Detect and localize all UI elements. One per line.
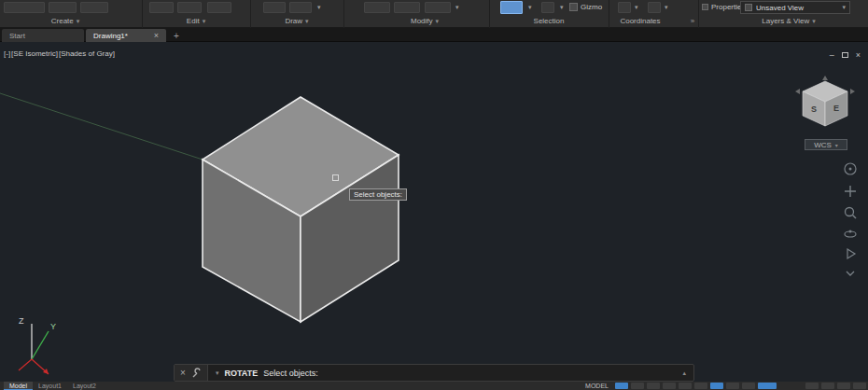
panel-coordinates[interactable]: Coordinates bbox=[620, 17, 660, 25]
chevron-down-icon[interactable]: ▾ bbox=[317, 4, 321, 11]
ribbon-button[interactable] bbox=[648, 2, 661, 13]
chevron-down-icon[interactable]: ▾ bbox=[665, 4, 668, 11]
infer-constraints-icon[interactable] bbox=[647, 383, 660, 389]
panel-separator bbox=[343, 0, 344, 28]
tab-drawing1[interactable]: Drawing1* × bbox=[86, 29, 166, 42]
zoom-icon[interactable] bbox=[846, 208, 854, 216]
wcs-label: WCS bbox=[814, 141, 832, 149]
viewcube-rotate-arrow[interactable] bbox=[822, 76, 828, 80]
properties-control[interactable]: Properties bbox=[702, 3, 745, 11]
properties-icon bbox=[702, 4, 708, 10]
navigation-wheel-icon[interactable] bbox=[849, 168, 852, 171]
snap-icon[interactable] bbox=[631, 383, 644, 389]
isolate-objects-icon[interactable] bbox=[837, 383, 850, 389]
osnap-3d-icon[interactable] bbox=[726, 383, 739, 389]
chevron-down-icon: ▾ bbox=[203, 18, 206, 25]
ribbon-button[interactable] bbox=[80, 2, 108, 13]
panel-label: Coordinates bbox=[620, 17, 660, 25]
viewcube-rotate-arrow[interactable] bbox=[795, 89, 800, 94]
ribbon-button[interactable] bbox=[618, 2, 631, 13]
wcs-button[interactable]: WCS ▾ bbox=[805, 139, 847, 150]
ribbon-button[interactable] bbox=[263, 2, 286, 13]
close-icon[interactable]: × bbox=[856, 51, 861, 59]
ribbon-button[interactable] bbox=[207, 2, 231, 13]
ribbon-button[interactable] bbox=[425, 2, 451, 13]
model-space-label[interactable]: MODEL bbox=[585, 383, 609, 389]
drawing-viewport[interactable]: [-] [SE Isometric] [Shades of Gray] – × … bbox=[0, 42, 868, 382]
viewcube[interactable]: S E bbox=[790, 76, 861, 137]
chevron-up-icon[interactable]: ▴ bbox=[682, 369, 686, 377]
gizmo-control[interactable]: Gizmo bbox=[569, 3, 602, 11]
ortho-icon[interactable] bbox=[663, 383, 676, 389]
command-line[interactable]: × ▾ ROTATE Select objects: ▴ bbox=[174, 364, 694, 382]
close-icon[interactable]: × bbox=[180, 369, 186, 378]
tab-model[interactable]: Model bbox=[4, 382, 33, 390]
ribbon-button[interactable] bbox=[149, 2, 174, 13]
panel-selection[interactable]: Selection bbox=[534, 17, 565, 25]
dynamic-input-icon[interactable] bbox=[758, 383, 777, 389]
workspace-icon[interactable] bbox=[821, 383, 834, 389]
gizmo-label: Gizmo bbox=[581, 3, 602, 11]
ribbon-button[interactable] bbox=[364, 2, 390, 13]
polar-tracking-icon[interactable] bbox=[679, 383, 692, 389]
ucs-y-label: Y bbox=[50, 322, 56, 331]
new-drawing-button[interactable]: + bbox=[174, 31, 179, 41]
wrench-icon[interactable] bbox=[190, 368, 202, 379]
panel-label: Layers & View bbox=[762, 17, 809, 25]
command-prompt: Select objects: bbox=[263, 369, 318, 378]
close-icon[interactable]: × bbox=[154, 31, 159, 40]
ucs-icon: Z Y bbox=[11, 311, 67, 380]
tab-layout1[interactable]: Layout1 bbox=[33, 382, 67, 390]
tab-start[interactable]: Start bbox=[2, 29, 84, 42]
panel-label: Create bbox=[51, 17, 74, 25]
orbit-icon[interactable] bbox=[849, 230, 852, 233]
viewport-menu-control[interactable]: [-] bbox=[4, 49, 10, 58]
restore-icon[interactable] bbox=[842, 52, 848, 58]
tab-layout2[interactable]: Layout2 bbox=[67, 382, 102, 390]
viewport-controls: [-] [SE Isometric] [Shades of Gray] bbox=[4, 49, 115, 58]
ribbon-button[interactable] bbox=[4, 2, 45, 13]
customization-icon[interactable] bbox=[853, 383, 866, 389]
chevron-down-icon[interactable]: ▾ bbox=[455, 4, 459, 11]
chevron-down-icon: ▾ bbox=[305, 18, 309, 25]
dynamic-ucs-icon[interactable] bbox=[742, 383, 755, 389]
file-tab-bar: Start Drawing1* × + bbox=[0, 28, 868, 42]
recent-commands-icon[interactable]: ▾ bbox=[216, 369, 219, 377]
ribbon-button[interactable] bbox=[177, 2, 202, 13]
ribbon-button[interactable] bbox=[541, 2, 554, 13]
panel-create[interactable]: Create ▾ bbox=[51, 17, 80, 25]
osnap-icon[interactable] bbox=[710, 383, 723, 389]
navigation-bar bbox=[841, 160, 860, 299]
ribbon-overflow-icon[interactable]: » bbox=[691, 17, 694, 25]
panel-layers-view[interactable]: Layers & View ▾ bbox=[762, 17, 816, 25]
annotation-scale-icon[interactable] bbox=[805, 383, 819, 389]
ribbon-button-strip: ▾ ▾ ▾ ▾ Gizmo ▾ ▾ Properties Un bbox=[0, 0, 868, 15]
panel-label: Edit bbox=[187, 17, 200, 25]
zoom-icon[interactable] bbox=[853, 216, 857, 219]
showmotion-icon[interactable] bbox=[847, 249, 855, 258]
viewport-style-control[interactable]: [Shades of Gray] bbox=[59, 49, 115, 58]
viewport-view-control[interactable]: [SE Isometric] bbox=[11, 49, 58, 58]
isodraft-icon[interactable] bbox=[694, 383, 707, 389]
ribbon-button-active[interactable] bbox=[500, 1, 523, 14]
viewcube-rotate-arrow[interactable] bbox=[850, 89, 855, 94]
view-combo[interactable]: Unsaved View ▾ bbox=[740, 1, 850, 14]
view-icon bbox=[745, 4, 752, 11]
ribbon-button[interactable] bbox=[289, 2, 312, 13]
chevron-down-icon[interactable]: ▾ bbox=[560, 4, 564, 11]
panel-draw[interactable]: Draw ▾ bbox=[285, 17, 308, 25]
pan-icon[interactable] bbox=[845, 186, 856, 197]
panel-modify[interactable]: Modify ▾ bbox=[411, 17, 439, 25]
panel-label: Draw bbox=[285, 17, 302, 25]
chevron-down-icon[interactable] bbox=[847, 272, 854, 275]
chevron-down-icon[interactable]: ▾ bbox=[842, 4, 846, 11]
minimize-icon[interactable]: – bbox=[830, 51, 834, 59]
viewcube-east-label: E bbox=[833, 104, 839, 113]
ribbon-button[interactable] bbox=[49, 2, 77, 13]
grid-icon[interactable] bbox=[615, 383, 628, 389]
chevron-down-icon[interactable]: ▾ bbox=[528, 4, 532, 11]
chevron-down-icon[interactable]: ▾ bbox=[635, 4, 638, 11]
status-toggles: MODEL bbox=[585, 382, 866, 390]
panel-edit[interactable]: Edit ▾ bbox=[187, 17, 205, 25]
ribbon-button[interactable] bbox=[394, 2, 420, 13]
